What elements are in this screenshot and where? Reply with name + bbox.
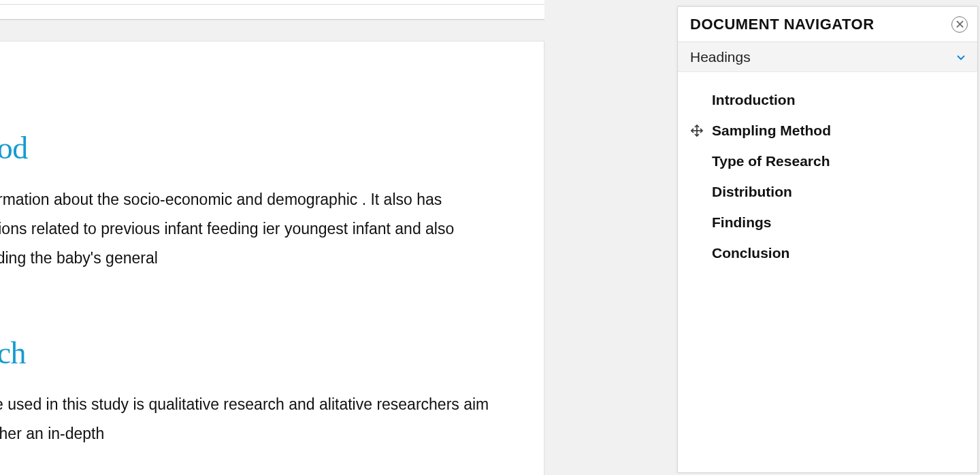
navigator-section-label: Headings xyxy=(690,49,751,65)
close-icon xyxy=(956,20,964,28)
move-icon xyxy=(691,125,703,137)
nav-item-introduction[interactable]: Introduction xyxy=(678,84,977,115)
nav-item-distribution[interactable]: Distribution xyxy=(678,176,977,207)
document-canvas: ethod s information about the socio-econ… xyxy=(0,20,544,475)
heading-sampling-method[interactable]: ethod xyxy=(0,130,503,166)
nav-item-label: Sampling Method xyxy=(712,122,831,139)
document-page[interactable]: ethod s information about the socio-econ… xyxy=(0,41,544,475)
navigator-heading-list: Introduction Sampling Method Type of Res… xyxy=(678,72,977,268)
close-navigator-button[interactable] xyxy=(951,16,968,33)
editor-top-strip xyxy=(0,0,544,5)
nav-item-conclusion[interactable]: Conclusion xyxy=(678,238,977,268)
document-navigator-panel: DOCUMENT NAVIGATOR Headings Introduction xyxy=(677,6,978,473)
navigator-header: DOCUMENT NAVIGATOR xyxy=(678,7,977,42)
nav-item-label: Conclusion xyxy=(712,245,789,261)
nav-item-sampling-method[interactable]: Sampling Method xyxy=(678,115,977,146)
drag-handle[interactable] xyxy=(690,124,704,137)
chevron-down-icon xyxy=(956,52,966,63)
heading-type-of-research[interactable]: earch xyxy=(0,335,503,371)
body-type-of-research[interactable]: will be used in this study is qualitativ… xyxy=(0,390,503,448)
nav-item-label: Distribution xyxy=(712,184,792,200)
nav-item-type-of-research[interactable]: Type of Research xyxy=(678,146,977,176)
nav-item-label: Type of Research xyxy=(712,153,830,169)
body-sampling-method[interactable]: s information about the socio-economic a… xyxy=(0,185,503,274)
nav-item-label: Introduction xyxy=(712,92,795,108)
editor-toolbar-strip xyxy=(0,5,544,20)
nav-item-findings[interactable]: Findings xyxy=(678,207,977,238)
nav-item-label: Findings xyxy=(712,214,772,231)
navigator-title: DOCUMENT NAVIGATOR xyxy=(690,16,875,33)
navigator-section-toggle[interactable]: Headings xyxy=(678,42,977,72)
